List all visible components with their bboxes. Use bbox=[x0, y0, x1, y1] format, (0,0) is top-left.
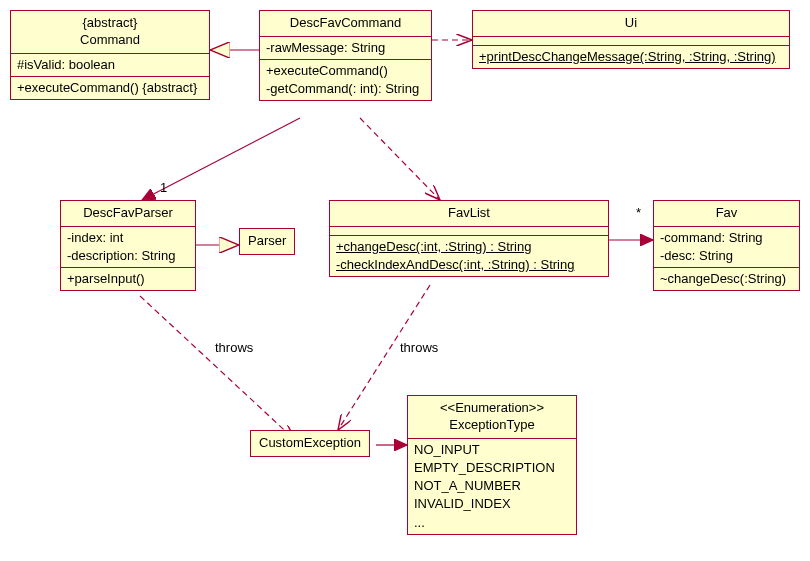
class-title: Fav bbox=[654, 201, 799, 227]
class-title: CustomException bbox=[251, 431, 369, 456]
class-ui: Ui +printDescChangeMessage(:String, :Str… bbox=[472, 10, 790, 69]
op: +parseInput() bbox=[67, 270, 189, 288]
class-name: Ui bbox=[625, 15, 637, 30]
class-descfavparser: DescFavParser -index: int -description: … bbox=[60, 200, 196, 291]
attributes: -rawMessage: String bbox=[260, 37, 431, 60]
operations: +executeCommand() {abstract} bbox=[11, 77, 209, 99]
class-name: ExceptionType bbox=[449, 417, 534, 432]
attributes bbox=[330, 227, 608, 236]
attributes: -command: String -desc: String bbox=[654, 227, 799, 268]
literal: INVALID_INDEX bbox=[414, 495, 570, 513]
attr: -desc: String bbox=[660, 247, 793, 265]
op: +executeCommand() bbox=[266, 62, 425, 80]
throws-label-1: throws bbox=[215, 340, 253, 355]
operations: +executeCommand() -getCommand(: int): St… bbox=[260, 60, 431, 100]
op: ~changeDesc(:String) bbox=[660, 270, 793, 288]
class-name: Parser bbox=[248, 233, 286, 248]
class-name: CustomException bbox=[259, 435, 361, 450]
attributes: -index: int -description: String bbox=[61, 227, 195, 268]
attr: #isValid: boolean bbox=[17, 56, 203, 74]
stereotype: {abstract} bbox=[83, 15, 138, 30]
multiplicity-one: 1 bbox=[160, 180, 167, 195]
svg-line-6 bbox=[140, 296, 295, 440]
literal: ... bbox=[414, 514, 570, 532]
attr: -description: String bbox=[67, 247, 189, 265]
op: +executeCommand() {abstract} bbox=[17, 79, 203, 97]
class-exceptiontype: <<Enumeration>> ExceptionType NO_INPUT E… bbox=[407, 395, 577, 535]
literal: NOT_A_NUMBER bbox=[414, 477, 570, 495]
class-name: DescFavParser bbox=[83, 205, 173, 220]
class-title: <<Enumeration>> ExceptionType bbox=[408, 396, 576, 439]
op-static: +changeDesc(:int, :String) : String bbox=[336, 238, 602, 256]
class-title: FavList bbox=[330, 201, 608, 227]
operations: +printDescChangeMessage(:String, :String… bbox=[473, 46, 789, 68]
class-name: Command bbox=[80, 32, 140, 47]
class-title: DescFavCommand bbox=[260, 11, 431, 37]
svg-line-3 bbox=[360, 118, 440, 200]
stereotype: <<Enumeration>> bbox=[440, 400, 544, 415]
class-name: Fav bbox=[716, 205, 738, 220]
class-title: DescFavParser bbox=[61, 201, 195, 227]
class-title: Parser bbox=[240, 229, 294, 254]
operations: +changeDesc(:int, :String) : String -che… bbox=[330, 236, 608, 276]
class-title: {abstract} Command bbox=[11, 11, 209, 54]
attributes: #isValid: boolean bbox=[11, 54, 209, 77]
class-parser: Parser bbox=[239, 228, 295, 255]
literal: EMPTY_DESCRIPTION bbox=[414, 459, 570, 477]
operations: +parseInput() bbox=[61, 268, 195, 290]
literals: NO_INPUT EMPTY_DESCRIPTION NOT_A_NUMBER … bbox=[408, 439, 576, 534]
op-static: +printDescChangeMessage(:String, :String… bbox=[479, 48, 783, 66]
attr: -command: String bbox=[660, 229, 793, 247]
op-static: -checkIndexAndDesc(:int, :String) : Stri… bbox=[336, 256, 602, 274]
class-name: DescFavCommand bbox=[290, 15, 401, 30]
class-title: Ui bbox=[473, 11, 789, 37]
attributes bbox=[473, 37, 789, 46]
class-favlist: FavList +changeDesc(:int, :String) : Str… bbox=[329, 200, 609, 277]
throws-label-2: throws bbox=[400, 340, 438, 355]
class-command: {abstract} Command #isValid: boolean +ex… bbox=[10, 10, 210, 100]
attr: -index: int bbox=[67, 229, 189, 247]
class-fav: Fav -command: String -desc: String ~chan… bbox=[653, 200, 800, 291]
multiplicity-star: * bbox=[636, 205, 641, 220]
attr: -rawMessage: String bbox=[266, 39, 425, 57]
class-name: FavList bbox=[448, 205, 490, 220]
operations: ~changeDesc(:String) bbox=[654, 268, 799, 290]
class-customexception: CustomException bbox=[250, 430, 370, 457]
literal: NO_INPUT bbox=[414, 441, 570, 459]
op: -getCommand(: int): String bbox=[266, 80, 425, 98]
class-descfavcommand: DescFavCommand -rawMessage: String +exec… bbox=[259, 10, 432, 101]
